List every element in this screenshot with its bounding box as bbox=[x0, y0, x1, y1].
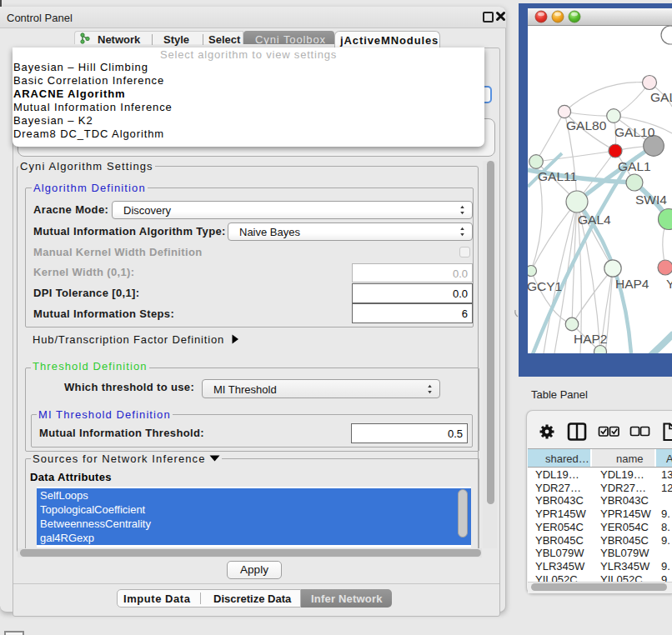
svg-text:GAL80: GAL80 bbox=[566, 118, 607, 132]
svg-text:SWI4: SWI4 bbox=[635, 192, 667, 207]
svg-text:GAL: GAL bbox=[650, 90, 672, 104]
svg-text:HAP4: HAP4 bbox=[615, 277, 649, 291]
svg-text:GAL10: GAL10 bbox=[614, 125, 655, 139]
svg-text:Y: Y bbox=[666, 277, 672, 291]
svg-text:GAL1: GAL1 bbox=[618, 159, 651, 173]
svg-text:HAP2: HAP2 bbox=[574, 332, 608, 346]
svg-text:GAL4: GAL4 bbox=[578, 212, 611, 227]
svg-text:GCY1: GCY1 bbox=[528, 279, 562, 293]
svg-text:GAL11: GAL11 bbox=[538, 169, 577, 183]
